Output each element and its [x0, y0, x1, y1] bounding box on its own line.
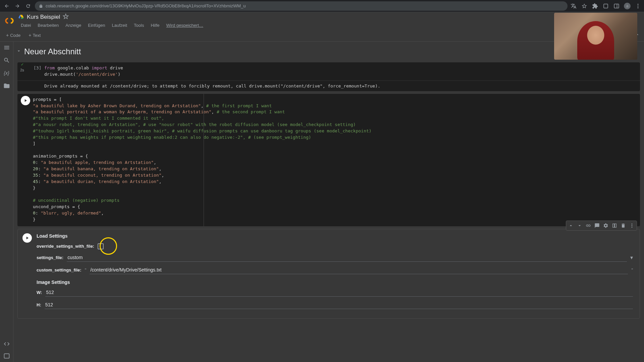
h-input[interactable] [45, 301, 633, 309]
toc-icon[interactable] [3, 44, 10, 51]
url-bar[interactable]: colab.research.google.com/drive/13G9KHyM… [35, 1, 568, 11]
custom-settings-input[interactable] [90, 266, 628, 274]
star-icon[interactable] [581, 3, 588, 9]
svg-point-9 [632, 224, 633, 225]
forward-button[interactable] [13, 2, 21, 10]
mirror-cell-button[interactable] [610, 222, 619, 230]
override-label: override_settings_with_file: [37, 244, 94, 249]
w-input[interactable] [45, 288, 633, 297]
h-label: H: [37, 302, 41, 307]
command-palette-icon[interactable] [3, 341, 10, 347]
url-text: colab.research.google.com/drive/13G9KHyM… [46, 3, 246, 8]
svg-point-4 [638, 5, 639, 6]
lock-icon [39, 4, 43, 8]
svg-rect-8 [615, 224, 616, 227]
w-label: W: [37, 290, 42, 295]
run-form-button[interactable] [22, 233, 32, 243]
more-cell-button[interactable] [628, 222, 636, 230]
code-ruler [204, 94, 204, 226]
menu-icon[interactable] [635, 3, 641, 9]
menu-file[interactable]: Datei [18, 21, 34, 29]
notebook-area[interactable]: Neuer Abschnitt ✓ 2s [3] from google.col… [13, 42, 644, 362]
custom-settings-label: custom_settings_file: [37, 267, 82, 273]
svg-rect-0 [604, 4, 608, 8]
search-icon[interactable] [3, 57, 10, 64]
star-doc-button[interactable] [63, 13, 69, 21]
profile-avatar[interactable]: a [624, 3, 631, 9]
svg-point-11 [632, 227, 633, 228]
settings-cell-button[interactable] [602, 222, 610, 230]
form-title-load: Load Settings [37, 233, 633, 239]
back-button[interactable] [3, 2, 11, 10]
files-icon[interactable] [3, 82, 10, 89]
svg-point-5 [638, 7, 639, 8]
drive-icon [18, 14, 24, 20]
doc-title[interactable]: Kurs Beispiel [27, 14, 60, 20]
run-cell-button[interactable] [21, 96, 30, 105]
browser-chrome: colab.research.google.com/drive/13G9KHyM… [0, 0, 644, 12]
exec-time: 2s [20, 68, 24, 72]
code-cell-2[interactable]: prompts = [ "a beautiful lake by Asher B… [17, 94, 640, 226]
add-text-button[interactable]: +Text [26, 31, 43, 39]
menu-view[interactable]: Anzeige [63, 21, 84, 29]
translate-icon[interactable] [570, 3, 577, 9]
exec-count: [3] [34, 65, 41, 71]
menu-insert[interactable]: Einfügen [85, 21, 108, 29]
svg-rect-1 [614, 4, 619, 8]
section-collapse-icon[interactable] [16, 48, 21, 55]
menu-help[interactable]: Hilfe [148, 21, 162, 29]
cell-toolbar [566, 221, 637, 231]
settings-file-label: settings_file: [37, 255, 63, 260]
ext2-icon[interactable] [602, 3, 609, 9]
code-editor-2[interactable]: prompts = [ "a beautiful lake by Asher B… [17, 94, 640, 226]
svg-rect-6 [4, 354, 9, 358]
section-title: Neuer Abschnitt [24, 47, 81, 56]
webcam-overlay [554, 13, 637, 60]
notebook-toolbar: +Code +Text [0, 29, 644, 42]
code-cell-1[interactable]: ✓ 2s [3] from google.colab import drive … [17, 62, 640, 91]
form-cell-load-settings[interactable]: Load Settings override_settings_with_fil… [17, 229, 640, 319]
override-checkbox[interactable] [98, 243, 104, 249]
sidepanel-icon[interactable] [613, 3, 620, 9]
save-status: Wird gespeichert… [163, 21, 206, 29]
menu-runtime[interactable]: Laufzeit [109, 21, 130, 29]
colab-header: Kurs Beispiel Datei Bearbeiten Anzeige E… [0, 12, 644, 29]
svg-point-10 [632, 225, 633, 226]
move-up-button[interactable] [567, 222, 575, 230]
exec-check-icon: ✓ [21, 62, 24, 67]
comment-cell-button[interactable] [593, 222, 601, 230]
chevron-down-icon[interactable]: ▾ [630, 254, 633, 261]
variables-icon[interactable]: {x} [3, 70, 10, 76]
settings-file-select[interactable] [67, 253, 627, 262]
menu-edit[interactable]: Bearbeiten [35, 21, 61, 29]
svg-rect-7 [613, 224, 614, 227]
extensions-icon[interactable] [592, 3, 598, 9]
menu-tools[interactable]: Tools [131, 21, 147, 29]
delete-cell-button[interactable] [619, 222, 627, 230]
add-code-button[interactable]: +Code [4, 31, 22, 39]
menu-bar: Datei Bearbeiten Anzeige Einfügen Laufze… [18, 21, 640, 29]
cell-output-1: Drive already mounted at /content/drive;… [17, 80, 640, 91]
code-editor-1[interactable]: [3] from google.colab import drive drive… [17, 62, 640, 80]
left-rail: {x} [0, 42, 13, 362]
reload-button[interactable] [24, 2, 32, 10]
terminal-icon[interactable] [3, 353, 10, 359]
move-down-button[interactable] [576, 222, 584, 230]
link-cell-button[interactable] [584, 222, 592, 230]
form-title-image: Image Settings [37, 280, 633, 285]
colab-logo[interactable] [4, 15, 15, 26]
svg-point-3 [638, 4, 639, 5]
